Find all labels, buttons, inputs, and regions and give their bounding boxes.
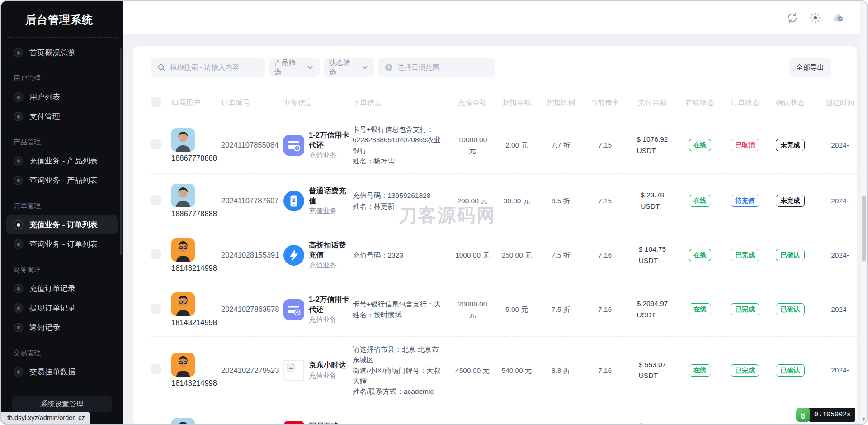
- sidebar-item-recharge-records[interactable]: 充值订单记录: [6, 279, 118, 298]
- status-filter-select[interactable]: 状态筛选: [324, 58, 374, 77]
- sidebar-item-label: 返佣记录: [29, 322, 60, 333]
- discount-amount: 2.00 元: [494, 140, 539, 150]
- col-discount-amount: 折扣金额: [494, 98, 539, 108]
- record-icon: [14, 303, 23, 313]
- lightning-icon: [283, 245, 304, 266]
- order-info: 充值号码：13959261828 姓名：林更新: [353, 190, 451, 211]
- business-text: 网易游戏 充值业务: [309, 421, 339, 424]
- sidebar-scrollbar[interactable]: [120, 48, 122, 255]
- business-cell: ¥ 1-2万信用卡代还: [283, 294, 353, 325]
- order-number: 20241027863578: [221, 305, 283, 314]
- owner-user-cell: 18867778888: [171, 128, 221, 162]
- sidebar-nav: 首页概况总览 用户管理 用户列表 支付管理 产品管理 充值业务 - 产品列表 查…: [1, 40, 123, 384]
- col-business-info: 业务信息: [283, 98, 353, 108]
- business-text: 京东小时达 充值业务: [309, 360, 346, 380]
- owner-user-cell: 18143214998: [171, 238, 221, 272]
- pay-amount: $ 2094.97: [637, 298, 668, 309]
- sidebar-item-commission-records[interactable]: 返佣记录: [6, 318, 118, 337]
- record-icon: [14, 284, 23, 293]
- account-check-icon[interactable]: [832, 12, 844, 24]
- table-row: 18867778888 20241107855084 ¥: [151, 117, 857, 173]
- broken-image-icon: [283, 360, 304, 381]
- scrollbar-thumb[interactable]: [862, 196, 866, 261]
- discount-ratio: 7.5 折: [539, 304, 582, 315]
- discount-amount: 250.00 元: [494, 250, 539, 260]
- avatar: [171, 353, 195, 377]
- sidebar-item-query-products[interactable]: 查询业务 - 产品列表: [6, 171, 118, 190]
- perf-leaf-icon[interactable]: [796, 408, 810, 422]
- recharge-amount: 20000.00 元: [451, 299, 494, 320]
- sidebar-section-finance-mgmt: 财务管理: [6, 257, 118, 279]
- pay-amount-cell: $ 553.07 USDT: [627, 359, 677, 381]
- export-all-button[interactable]: 全部导出: [789, 58, 831, 77]
- sidebar-item-user-list[interactable]: 用户列表: [6, 87, 118, 107]
- pay-currency: USDT: [641, 201, 664, 212]
- order-info: 卡号+银行信息包含支行：大 姓名：按时擦拭: [353, 299, 451, 320]
- date-range-picker[interactable]: 选择日期范围: [378, 58, 495, 77]
- business-name: 1-2万信用卡代还: [309, 294, 353, 315]
- sidebar-item-withdraw-records[interactable]: 提现订单记录: [6, 298, 118, 318]
- filter-toolbar: 模糊搜索 - 请输入内容 产品筛选 状态筛选: [151, 58, 857, 77]
- app-title: 后台管理系统: [1, 1, 123, 27]
- row-checkbox[interactable]: [151, 364, 161, 374]
- created-at: 2024-: [813, 366, 857, 374]
- sidebar-item-recharge-products[interactable]: 充值业务 - 产品列表: [6, 151, 118, 171]
- business-cell: ¥ 1-2万信用卡代还: [283, 130, 353, 161]
- current-rate: 7.16: [582, 250, 627, 260]
- owner-user-cell: 18143214998: [171, 353, 221, 387]
- sidebar-item-label: 充值业务 - 产品列表: [29, 156, 98, 166]
- pay-amount-cell: $ 104.75 USDT: [627, 244, 677, 266]
- business-name: 京东小时达: [309, 360, 346, 370]
- row-checkbox[interactable]: [151, 195, 161, 205]
- sidebar-item-recharge-orders[interactable]: 充值业务 - 订单列表: [6, 215, 118, 234]
- created-at: 2024-: [813, 197, 857, 205]
- owner-user-cell: 18143214998: [171, 292, 221, 327]
- order-status-badge: 已完成: [731, 249, 760, 261]
- col-recharge-amount: 充值金额: [451, 98, 494, 108]
- avatar: [171, 418, 195, 424]
- sidebar-item-label: 用户列表: [29, 92, 60, 102]
- row-checkbox[interactable]: [151, 304, 161, 314]
- sidebar-item-query-orders[interactable]: 查询业务 - 订单列表: [6, 234, 118, 254]
- perf-widget: 0.105002s: [796, 408, 855, 422]
- recharge-amount: 200.00 元: [451, 196, 494, 206]
- created-at: 2024-: [813, 141, 857, 149]
- product-filter-select[interactable]: 产品筛选: [269, 58, 320, 77]
- owner-user-cell: 18867778888: [171, 184, 221, 218]
- search-input[interactable]: 模糊搜索 - 请输入内容: [151, 58, 265, 77]
- created-at: 2024-: [813, 306, 857, 314]
- refresh-icon[interactable]: [786, 12, 798, 24]
- sidebar-item-trade-pending-data[interactable]: 交易挂单数据: [6, 362, 118, 382]
- user-phone: 18867778888: [171, 154, 221, 162]
- business-cell: ¥ 网易游戏: [283, 421, 353, 424]
- scrollbar-down-arrow[interactable]: ▼: [860, 416, 867, 422]
- pay-currency: USDT: [637, 145, 668, 156]
- table-row: 20241026096687 ¥: [151, 404, 857, 424]
- discount-amount: 5.00 元: [494, 304, 539, 315]
- row-checkbox[interactable]: [151, 139, 161, 149]
- current-rate: 7.16: [582, 304, 627, 315]
- order-status-badge: 已完成: [731, 303, 760, 315]
- page-scrollbar[interactable]: ▼: [860, 1, 867, 424]
- theme-sun-icon[interactable]: [809, 12, 821, 24]
- search-placeholder: 模糊搜索 - 请输入内容: [170, 63, 239, 72]
- business-text: 1-2万信用卡代还 充值业务: [309, 294, 353, 325]
- order-status-badge: 待充值: [731, 195, 760, 207]
- discount-ratio: 7.5 折: [539, 250, 582, 260]
- clock-icon: [385, 63, 393, 72]
- sidebar-item-label: 充值订单记录: [29, 283, 75, 294]
- status-filter-label: 状态筛选: [329, 58, 356, 77]
- chevron-down-icon: [306, 63, 314, 72]
- sidebar-item-payment-mgmt[interactable]: 支付管理: [6, 107, 118, 126]
- owner-user-cell: [171, 418, 221, 424]
- col-discount-ratio: 折扣比例: [539, 98, 582, 108]
- col-current-rate: 当前费率: [582, 98, 627, 108]
- confirm-status-badge: 未完成: [776, 195, 805, 207]
- select-all-checkbox[interactable]: [151, 97, 161, 107]
- table-row: 18143214998 20241027863578 ¥: [151, 282, 857, 336]
- record-icon: [14, 112, 23, 121]
- row-checkbox[interactable]: [151, 249, 161, 259]
- system-settings-button[interactable]: 系统设置管理: [12, 396, 112, 412]
- sidebar-item-home[interactable]: 首页概况总览: [6, 43, 118, 62]
- online-status-badge: 在线: [689, 139, 711, 151]
